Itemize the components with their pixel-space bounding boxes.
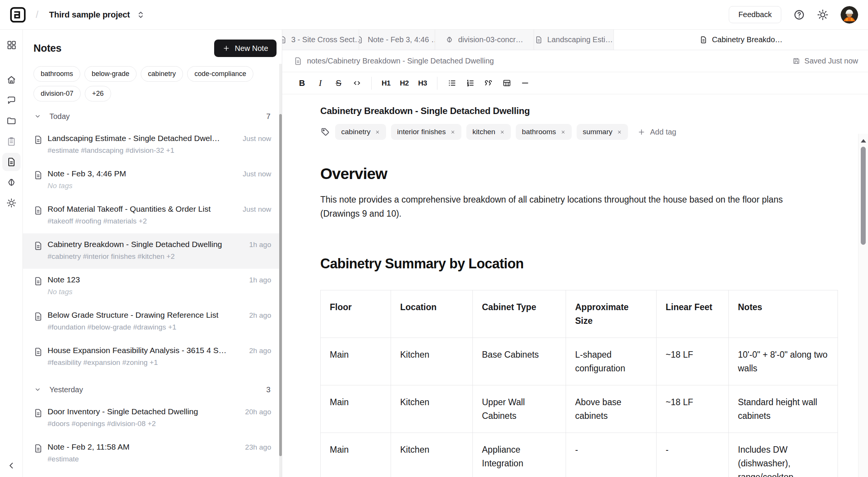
table-row: Main Kitchen Appliance Integration - - I…	[321, 433, 838, 477]
sidebar-scrollbar-thumb[interactable]	[279, 114, 282, 456]
list-item[interactable]: Below Grade Structure - Drawing Referenc…	[23, 304, 282, 339]
editor-surface[interactable]: Cabinetry Breakdown - Single Detached Dw…	[282, 94, 868, 477]
list-item[interactable]: Door Inventory - Single Detached Dwellin…	[23, 401, 282, 436]
note-tags: No tags	[48, 288, 271, 296]
note-time: 2h ago	[244, 311, 271, 320]
filter-tag-chip[interactable]: division-07	[33, 86, 81, 101]
heading3-button[interactable]: H3	[414, 75, 431, 92]
insert-table-button[interactable]	[498, 75, 515, 92]
heading2-button[interactable]: H2	[396, 75, 413, 92]
bullet-list-button[interactable]	[444, 75, 460, 92]
note-time: Just now	[237, 170, 271, 178]
document-icon	[33, 170, 43, 180]
cabinetry-summary-table[interactable]: Floor Location Cabinet Type Approximate …	[320, 290, 838, 477]
note-title-field[interactable]: Cabinetry Breakdown - Single Detached Dw…	[320, 106, 860, 116]
section-header-today[interactable]: Today 7	[23, 105, 282, 127]
list-item[interactable]: Note 123 1h ago No tags	[23, 269, 282, 304]
list-item[interactable]: Landscaping Estimate - Single Detached D…	[23, 127, 282, 163]
brain-icon[interactable]	[2, 173, 21, 192]
list-item[interactable]: Roof Material Takeoff - Quantities & Ord…	[23, 198, 282, 233]
note-tags-row: cabinetry interior finishes kitchen bath…	[320, 124, 860, 140]
remove-tag-icon[interactable]	[617, 130, 622, 135]
top-bar: / Third sample project Feedback	[0, 0, 868, 30]
scroll-up-arrow[interactable]	[861, 139, 866, 143]
italic-button[interactable]: I	[312, 75, 329, 92]
col-header: Location	[391, 290, 473, 338]
rail-settings-gear-icon[interactable]	[2, 194, 21, 212]
notes-document-icon[interactable]	[2, 153, 21, 171]
strikethrough-button[interactable]: S	[330, 75, 347, 92]
note-tags: No tags	[48, 182, 271, 190]
filter-tag-chip[interactable]: code-compliance	[187, 66, 253, 82]
section-header-yesterday[interactable]: Yesterday 3	[23, 379, 282, 401]
feedback-button[interactable]: Feedback	[729, 6, 781, 23]
document-icon	[33, 276, 43, 286]
editor-scrollbar-track	[858, 134, 868, 477]
new-note-button[interactable]: New Note	[214, 40, 277, 57]
toolbar-divider	[437, 77, 437, 90]
list-item[interactable]: Note - Feb 2, 11:58 AM 23h ago #estimate	[23, 436, 282, 471]
filter-tag-chip[interactable]: below-grade	[84, 66, 137, 82]
note-tags: #foundation #below-grade #drawings +1	[48, 323, 271, 331]
ordered-list-button[interactable]	[462, 75, 479, 92]
breadcrumb-separator: /	[36, 9, 38, 20]
settings-gear-icon[interactable]	[817, 9, 828, 21]
editor-scrollbar-thumb[interactable]	[861, 147, 866, 245]
quote-icon	[484, 79, 493, 87]
remove-tag-icon[interactable]	[561, 130, 566, 135]
formatting-toolbar: B I S H1 H2 H3	[282, 72, 868, 94]
remove-tag-icon[interactable]	[450, 130, 455, 135]
tab-note-feb3[interactable]: Note - Feb 3, 4:46 …	[359, 30, 435, 50]
note-tags: #doors #openings #division-08 +2	[48, 420, 271, 428]
note-tag-chip[interactable]: cabinetry	[335, 124, 386, 140]
note-tag-chip[interactable]: bathrooms	[516, 124, 572, 140]
code-icon	[353, 79, 361, 87]
project-switcher-icon[interactable]	[136, 10, 146, 20]
list-item[interactable]: House Expansion Feasibility Analysis - 3…	[23, 339, 282, 375]
tab-site-cross-section[interactable]: 3 - Site Cross Sect…	[282, 30, 359, 50]
code-button[interactable]	[348, 75, 365, 92]
filter-tag-chip[interactable]: cabinetry	[141, 66, 183, 82]
note-tag-chip[interactable]: summary	[577, 124, 628, 140]
list-item[interactable]: Note - Feb 3, 4:46 PM Just now No tags	[23, 163, 282, 198]
document-icon	[535, 36, 543, 44]
files-folder-icon[interactable]	[2, 112, 21, 130]
chat-icon[interactable]	[2, 91, 21, 109]
table-cell: Base Cabinets	[473, 338, 566, 385]
heading1-button[interactable]: H1	[378, 75, 394, 92]
remove-tag-icon[interactable]	[375, 130, 380, 135]
help-icon[interactable]	[793, 9, 805, 21]
document-icon	[33, 408, 43, 418]
note-tag-chip[interactable]: interior finishes	[391, 124, 461, 140]
table-cell: -	[566, 433, 657, 477]
tab-cabinetry-breakdown-active[interactable]: Cabinetry Breakdo…	[614, 30, 868, 50]
chevron-down-icon	[34, 113, 41, 120]
tab-division-03[interactable]: division-03-concr…	[435, 30, 534, 50]
add-tag-button[interactable]: Add tag	[637, 128, 676, 136]
blockquote-button[interactable]	[480, 75, 497, 92]
list-item-selected[interactable]: Cabinetry Breakdown - Single Detached Dw…	[23, 233, 282, 269]
horizontal-rule-button[interactable]	[517, 75, 533, 92]
tag-icon	[320, 127, 330, 137]
doc-paragraph: This note provides a comprehensive break…	[320, 193, 811, 221]
remove-tag-icon[interactable]	[500, 130, 505, 135]
note-title: House Expansion Feasibility Analysis - 3…	[48, 346, 226, 355]
document-icon	[33, 135, 43, 144]
collapse-sidebar-icon[interactable]	[2, 456, 21, 475]
table-cell: Standard height wall cabinets	[729, 385, 838, 433]
col-header: Notes	[729, 290, 838, 338]
app-logo-icon[interactable]	[10, 7, 26, 23]
bold-button[interactable]: B	[294, 75, 310, 92]
filter-tag-chip[interactable]: bathrooms	[33, 66, 80, 82]
home-icon[interactable]	[2, 71, 21, 89]
dashboard-icon[interactable]	[2, 36, 21, 54]
table-cell: ~18 LF	[657, 338, 729, 385]
tab-landscaping-estimate[interactable]: Landscaping Esti…	[534, 30, 614, 50]
filter-tag-more-chip[interactable]: +26	[85, 86, 111, 101]
topbar-actions: Feedback	[729, 6, 858, 24]
note-tag-chip[interactable]: kitchen	[466, 124, 511, 140]
clipboard-icon[interactable]	[2, 132, 21, 151]
note-title: Landscaping Estimate - Single Detached D…	[48, 134, 220, 143]
user-avatar[interactable]	[841, 6, 858, 24]
table-cell: Above base cabinets	[566, 385, 657, 433]
